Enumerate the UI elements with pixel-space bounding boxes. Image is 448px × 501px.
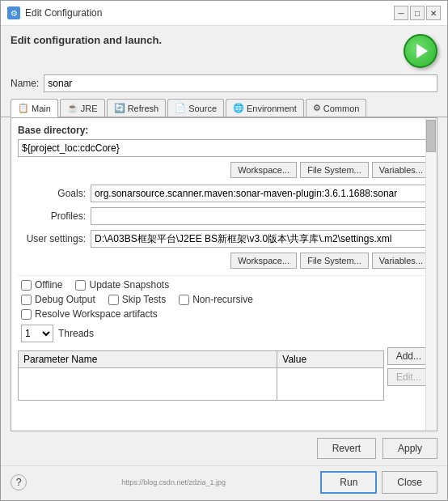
- update-snapshots-checkbox-label[interactable]: Update Snapshots: [75, 279, 169, 291]
- user-settings-row: User settings:: [18, 230, 430, 248]
- user-settings-label: User settings:: [18, 233, 91, 244]
- goals-label: Goals:: [18, 188, 91, 199]
- checkboxes-row-2: Debug Output Skip Tests Non-recursive: [18, 294, 430, 305]
- tab-source-icon: 📄: [175, 103, 186, 113]
- base-directory-input[interactable]: [18, 139, 430, 157]
- watermark: https://blog.csdn.net/zdzia_1.jpg: [121, 478, 226, 486]
- play-button[interactable]: [404, 34, 437, 68]
- debug-output-checkbox[interactable]: [21, 295, 32, 305]
- divider-1: [18, 275, 430, 276]
- threads-row: 1 2 4 8 Threads: [18, 325, 430, 342]
- maximize-button[interactable]: □: [410, 6, 425, 20]
- non-recursive-checkbox-label[interactable]: Non-recursive: [179, 294, 253, 305]
- name-row: Name:: [1, 74, 447, 99]
- tab-jre-label: JRE: [81, 104, 98, 113]
- play-icon: [416, 44, 428, 58]
- filesystem-button-2[interactable]: File System...: [300, 253, 369, 269]
- header-title: Edit configuration and launch.: [11, 34, 162, 46]
- non-recursive-checkbox[interactable]: [179, 295, 189, 305]
- resolve-workspace-checkbox[interactable]: [21, 309, 32, 320]
- tab-source-label: Source: [188, 104, 217, 113]
- params-table-wrapper: Parameter Name Value: [18, 347, 384, 401]
- title-controls: ─ □ ✕: [394, 6, 441, 20]
- title-bar-left: ⚙ Edit Configuration: [7, 6, 102, 19]
- tab-jre[interactable]: ☕ JRE: [60, 99, 105, 117]
- workspace-button-2[interactable]: Workspace...: [230, 253, 297, 269]
- workspace-button-1[interactable]: Workspace...: [230, 162, 297, 178]
- tabs-section: 📋 Main ☕ JRE 🔄 Refresh 📄 Source 🌐 Enviro…: [1, 99, 447, 117]
- tab-jre-icon: ☕: [67, 103, 78, 113]
- base-directory-buttons: Workspace... File System... Variables...: [18, 162, 430, 178]
- tab-common-label: Common: [323, 104, 360, 113]
- offline-checkbox[interactable]: [21, 280, 32, 291]
- close-footer-button[interactable]: Close: [382, 471, 437, 494]
- header-section: Edit configuration and launch.: [1, 26, 447, 74]
- content-inner: Base directory: Workspace... File System…: [11, 118, 437, 407]
- update-snapshots-label: Update Snapshots: [89, 279, 169, 291]
- apply-button[interactable]: Apply: [382, 438, 437, 459]
- non-recursive-label: Non-recursive: [192, 294, 253, 305]
- params-table: Parameter Name Value: [18, 350, 384, 401]
- footer-buttons: Run Close: [320, 471, 437, 494]
- scrollbar[interactable]: [425, 118, 437, 431]
- revert-button[interactable]: Revert: [317, 438, 376, 459]
- bottom-buttons: Revert Apply: [1, 431, 447, 465]
- params-empty-cell-1: [19, 368, 277, 401]
- name-label: Name:: [11, 78, 39, 89]
- tab-main-icon: 📋: [18, 103, 29, 113]
- window-title: Edit Configuration: [25, 7, 102, 19]
- filesystem-button-1[interactable]: File System...: [300, 162, 369, 178]
- params-section: Parameter Name Value Add...: [18, 347, 430, 401]
- skip-tests-checkbox[interactable]: [108, 295, 119, 305]
- skip-tests-label: Skip Tests: [122, 294, 166, 305]
- base-directory-label: Base directory:: [18, 125, 430, 136]
- run-button[interactable]: Run: [320, 471, 377, 494]
- tab-environment[interactable]: 🌐 Environment: [226, 99, 304, 117]
- tab-refresh-label: Refresh: [128, 104, 159, 113]
- tab-main[interactable]: 📋 Main: [11, 99, 58, 117]
- profiles-input[interactable]: [91, 207, 430, 225]
- name-input[interactable]: [44, 74, 437, 92]
- tab-common[interactable]: ⚙ Common: [306, 99, 367, 117]
- profiles-label: Profiles:: [18, 210, 91, 222]
- user-settings-input[interactable]: [91, 230, 430, 248]
- col-parameter-name: Parameter Name: [19, 351, 277, 368]
- debug-output-label: Debug Output: [35, 294, 95, 305]
- profiles-row: Profiles:: [18, 207, 430, 225]
- base-directory-group: Base directory:: [18, 125, 430, 157]
- variables-button-1[interactable]: Variables...: [372, 162, 430, 178]
- params-buttons: Add... Edit...: [387, 347, 430, 401]
- scrollbar-thumb[interactable]: [426, 120, 436, 152]
- tab-common-icon: ⚙: [313, 103, 321, 113]
- close-button[interactable]: ✕: [426, 6, 441, 20]
- title-bar: ⚙ Edit Configuration ─ □ ✕: [1, 1, 447, 26]
- threads-select[interactable]: 1 2 4 8: [21, 325, 53, 342]
- resolve-workspace-checkbox-label[interactable]: Resolve Workspace artifacts: [21, 308, 158, 320]
- update-snapshots-checkbox[interactable]: [75, 280, 86, 291]
- tab-refresh-icon: 🔄: [114, 103, 125, 113]
- tab-environment-icon: 🌐: [233, 103, 244, 113]
- params-empty-cell-2: [277, 368, 383, 401]
- resolve-workspace-label: Resolve Workspace artifacts: [35, 308, 158, 320]
- goals-input[interactable]: [91, 185, 430, 202]
- tab-environment-label: Environment: [247, 104, 297, 113]
- debug-output-checkbox-label[interactable]: Debug Output: [21, 294, 95, 305]
- checkboxes-row-1: Offline Update Snapshots: [18, 279, 430, 291]
- skip-tests-checkbox-label[interactable]: Skip Tests: [108, 294, 166, 305]
- params-empty-row: [19, 368, 384, 401]
- minimize-button[interactable]: ─: [394, 6, 408, 20]
- goals-row: Goals:: [18, 185, 430, 202]
- tab-main-label: Main: [32, 104, 51, 113]
- add-button[interactable]: Add...: [387, 347, 430, 365]
- tab-refresh[interactable]: 🔄 Refresh: [107, 99, 167, 117]
- threads-label: Threads: [58, 328, 94, 339]
- checkboxes-row-3: Resolve Workspace artifacts: [18, 308, 430, 320]
- footer-row: ? https://blog.csdn.net/zdzia_1.jpg Run …: [1, 465, 447, 500]
- help-button[interactable]: ?: [11, 474, 27, 490]
- offline-label: Offline: [35, 279, 62, 291]
- tab-source[interactable]: 📄 Source: [167, 99, 224, 117]
- offline-checkbox-label[interactable]: Offline: [21, 279, 62, 291]
- edit-button[interactable]: Edit...: [387, 368, 430, 386]
- content-area: Base directory: Workspace... File System…: [11, 117, 437, 431]
- variables-button-2[interactable]: Variables...: [372, 253, 430, 269]
